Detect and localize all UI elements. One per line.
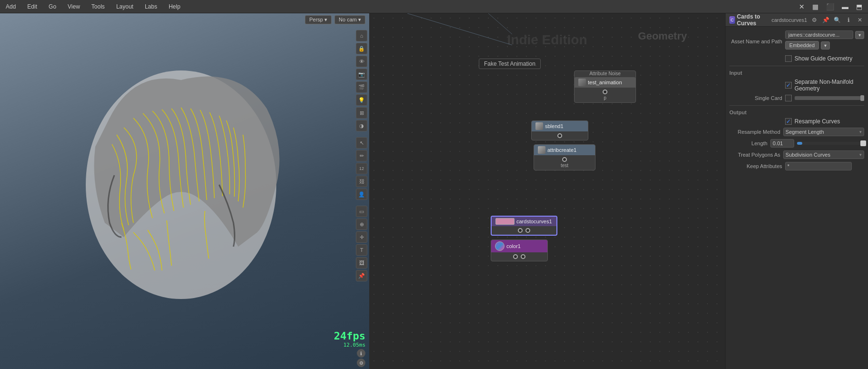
settings-small-icon[interactable]: ⚙ xyxy=(357,359,365,367)
length-input[interactable] xyxy=(770,139,794,148)
close-icon[interactable]: ✕ xyxy=(797,2,807,11)
separate-nonmanifold-checkbox[interactable]: ✓ xyxy=(785,82,792,89)
layout-grid-icon[interactable]: ▦ xyxy=(810,2,820,11)
viewport-shade-icon[interactable]: ◑ xyxy=(356,120,367,131)
node-cardstocurves1-name: cardstocurves1 xyxy=(516,219,552,224)
viewport-brush-icon[interactable]: ✏ xyxy=(356,150,367,161)
menu-item-view[interactable]: View xyxy=(66,2,82,11)
viewport-grid-icon[interactable]: ⊞ xyxy=(356,107,367,119)
fake-animation-node[interactable]: Fake Test Animation xyxy=(479,59,541,69)
node-test-animation-icon xyxy=(578,79,586,86)
menu-item-help[interactable]: Help xyxy=(167,2,182,11)
length-slider-bar[interactable] xyxy=(797,142,864,145)
node-attribcreate1[interactable]: attribcreate1 test xyxy=(534,144,595,170)
viewport-light-icon[interactable]: 💡 xyxy=(356,94,367,106)
expand-icon[interactable]: ⬒ xyxy=(854,2,864,11)
node-cardstocurves1[interactable]: cardstocurves1 xyxy=(491,216,557,236)
node-test-animation-port[interactable] xyxy=(603,90,607,94)
length-slider-thumb[interactable] xyxy=(860,140,866,146)
asset-name-row: Asset Name and Path ▾ Embedded ▾ xyxy=(729,30,864,52)
menu-item-edit[interactable]: Edit xyxy=(25,2,39,11)
node-cardstocurves1-port-in[interactable] xyxy=(518,228,523,233)
viewport-move-icon[interactable]: ✛ xyxy=(356,231,367,243)
layout-split-icon[interactable]: ⬛ xyxy=(824,2,836,11)
node-test-animation-body: p xyxy=(575,88,636,102)
menu-item-layout[interactable]: Layout xyxy=(114,2,135,11)
node-sblend1-icon xyxy=(535,122,543,130)
resample-method-value: Segment Length xyxy=(786,129,824,135)
camera-button[interactable]: No cam ▾ xyxy=(334,15,365,24)
panel-close-icon[interactable]: ✕ xyxy=(856,16,864,24)
panel-gear-icon[interactable]: ⚙ xyxy=(810,16,818,24)
node-sblend1[interactable]: sblend1 xyxy=(531,120,588,140)
viewport-bottom-stats: 24fps 12.05ms ℹ ⚙ xyxy=(334,330,365,367)
node-color1-port-in[interactable] xyxy=(513,254,518,259)
viewport-12-icon[interactable]: 12 xyxy=(356,163,367,174)
panel-search-icon[interactable]: 🔍 xyxy=(833,16,841,24)
viewport-rect-icon[interactable]: ▭ xyxy=(356,206,367,217)
embedded-button[interactable]: Embedded xyxy=(785,41,819,50)
menu-item-go[interactable]: Go xyxy=(47,2,58,11)
menu-item-add[interactable]: Add xyxy=(4,2,18,11)
node-attribcreate1-port[interactable] xyxy=(562,157,567,162)
separate-nonmanifold-row: ✓ Separate Non-Manifold Geometry xyxy=(729,79,864,92)
viewport-transform-icon[interactable]: ⊕ xyxy=(356,219,367,230)
node-sblend1-port[interactable] xyxy=(557,133,562,138)
panel-pin-icon[interactable]: 📌 xyxy=(821,16,830,24)
single-card-row: Single Card xyxy=(729,95,864,101)
asset-path-dropdown-btn[interactable]: ▾ xyxy=(855,31,864,39)
separate-nonmanifold-label: Separate Non-Manifold Geometry xyxy=(795,79,864,92)
viewport-home-icon[interactable]: ⌂ xyxy=(356,30,367,41)
node-editor[interactable]: Indie Edition Geometry Fake Test Animati… xyxy=(369,13,725,369)
viewport-eye-icon[interactable]: 👁 xyxy=(356,56,367,67)
layout-wide-icon[interactable]: ▬ xyxy=(840,2,850,11)
viewport-pin-icon[interactable]: 📌 xyxy=(356,270,367,281)
viewport-lock-icon[interactable]: 🔒 xyxy=(356,43,367,54)
length-row: Length xyxy=(729,139,864,148)
resample-curves-checkbox[interactable]: ✓ xyxy=(785,118,792,125)
viewport-chain-icon[interactable]: ⛓ xyxy=(356,176,367,187)
node-color1-body xyxy=(491,252,547,261)
viewport-camera-icon[interactable]: 📷 xyxy=(356,69,367,80)
ms-counter: 12.05ms xyxy=(343,342,365,348)
node-test-animation[interactable]: Attribute Noise test_animation p xyxy=(574,70,636,103)
panel-title-section: C Cards to Curves cardstocurves1 xyxy=(729,13,807,27)
treat-polygons-dropdown[interactable]: Subdivision Curves ▾ xyxy=(783,150,864,159)
resample-method-dropdown[interactable]: Segment Length ▾ xyxy=(783,128,864,136)
treat-polygons-label: Treat Polygons As xyxy=(729,152,780,158)
node-attribcreate1-header: attribcreate1 xyxy=(534,145,595,155)
asset-path-input[interactable] xyxy=(785,30,853,39)
panel-header: C Cards to Curves cardstocurves1 ⚙ 📌 🔍 ℹ… xyxy=(726,13,868,27)
single-card-checkbox[interactable] xyxy=(785,95,792,101)
length-slider-fill xyxy=(797,142,802,145)
viewport-person-icon[interactable]: 👤 xyxy=(356,189,367,200)
node-color1-port-out[interactable] xyxy=(521,254,525,259)
asset-name-label: Asset Name and Path xyxy=(729,39,782,44)
show-guide-checkbox[interactable] xyxy=(785,55,792,62)
panel-body: Asset Name and Path ▾ Embedded ▾ Show Gu… xyxy=(726,27,868,369)
node-cardstocurves1-icon xyxy=(495,218,515,225)
menu-item-tools[interactable]: Tools xyxy=(90,2,107,11)
viewport-sidebar: ⌂ 🔒 👁 📷 🎬 💡 ⊞ ◑ ↖ ✏ 12 ⛓ 👤 ▭ ⊕ ✛ T 🖼 📌 xyxy=(356,30,367,281)
panel-node-name: cardstocurves1 xyxy=(771,17,807,23)
panel-info-icon[interactable]: ℹ xyxy=(844,16,853,24)
menu-item-labs[interactable]: Labs xyxy=(143,2,159,11)
info-icon[interactable]: ℹ xyxy=(357,349,365,358)
viewport-select-icon[interactable]: ↖ xyxy=(356,137,367,149)
perspective-button[interactable]: Persp ▾ xyxy=(305,15,332,24)
menu-bar: Add Edit Go View Tools Layout Labs Help … xyxy=(0,0,868,13)
viewport-text-icon[interactable]: T xyxy=(356,244,367,256)
length-label: Length xyxy=(729,140,767,146)
keep-attributes-value: * xyxy=(787,163,789,169)
node-color1-header: color1 xyxy=(491,240,547,252)
node-cardstocurves1-port-out[interactable] xyxy=(525,228,530,233)
viewport-render-icon[interactable]: 🎬 xyxy=(356,81,367,93)
viewport-image-icon[interactable]: 🖼 xyxy=(356,257,367,269)
resample-curves-label: Resample Curves xyxy=(795,118,840,125)
resample-curves-row: ✓ Resample Curves xyxy=(729,118,864,125)
properties-panel: C Cards to Curves cardstocurves1 ⚙ 📌 🔍 ℹ… xyxy=(725,13,868,369)
keep-attributes-dropdown[interactable]: * xyxy=(785,162,852,170)
node-sblend1-header: sblend1 xyxy=(532,121,588,131)
node-color1[interactable]: color1 xyxy=(491,239,548,261)
embedded-dropdown-btn[interactable]: ▾ xyxy=(821,41,830,50)
